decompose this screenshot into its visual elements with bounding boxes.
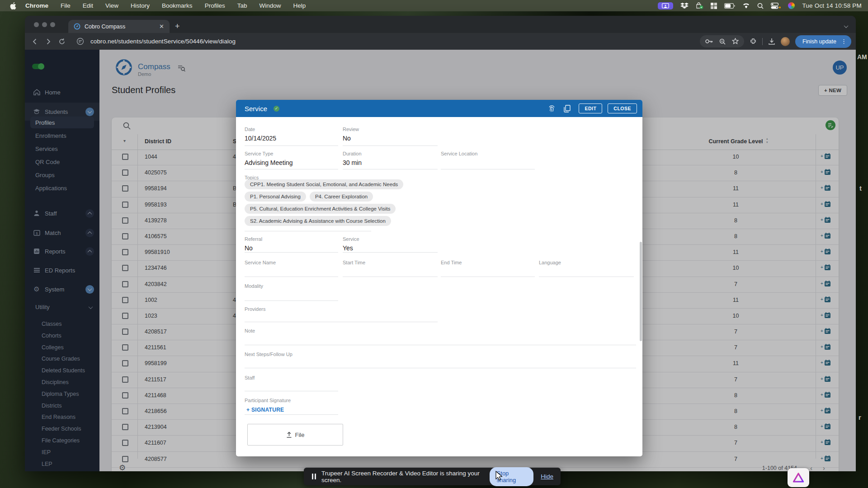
- reload-icon[interactable]: [58, 38, 66, 45]
- field-label: Note: [245, 328, 255, 333]
- wifi-icon[interactable]: [742, 3, 750, 9]
- topic-chip: P4. Career Exploration: [310, 192, 373, 202]
- field-underline: [245, 145, 338, 146]
- browser-menu-dots-icon[interactable]: ⋮: [841, 38, 847, 45]
- menubar-item[interactable]: History: [131, 2, 150, 9]
- field-label: End Time: [441, 260, 462, 265]
- update-check-icon[interactable]: [696, 2, 703, 9]
- menubar-item[interactable]: Tab: [237, 2, 247, 9]
- toolbar-right-icons: Finish update ⋮: [700, 35, 851, 48]
- service-type-value: Advising Meeting: [245, 159, 293, 166]
- fingerprint-icon[interactable]: [548, 104, 556, 113]
- field-underline: [245, 231, 371, 231]
- battery-icon[interactable]: [724, 3, 735, 9]
- add-signature-link[interactable]: + SIGNATURE: [246, 407, 284, 413]
- tab-strip: Cobro Compass ✕ +: [25, 16, 856, 33]
- field-label: Service Name: [245, 260, 276, 265]
- pause-icon[interactable]: [312, 474, 316, 479]
- window-minimize-button[interactable]: [42, 22, 47, 27]
- spotlight-search-icon[interactable]: [757, 3, 764, 9]
- finish-update-label: Finish update: [802, 38, 836, 45]
- topic-chip: P5. Cultural, Education Enrichment Activ…: [245, 204, 396, 214]
- url-field[interactable]: cobro.net/students/studentService/50446/…: [90, 38, 236, 45]
- field-label: Language: [539, 260, 561, 265]
- edit-button[interactable]: EDIT: [579, 103, 602, 113]
- tab-search-chevron-icon[interactable]: [844, 22, 848, 30]
- field-underline: [343, 277, 438, 277]
- field-label: Date: [245, 127, 255, 132]
- field-label: Participant Signature: [245, 398, 291, 403]
- field-underline: [245, 322, 438, 322]
- menubar-item[interactable]: Window: [259, 2, 281, 9]
- window-grid-icon[interactable]: [711, 3, 717, 9]
- field-label: Next Steps/Follow Up: [245, 352, 292, 357]
- hide-link[interactable]: Hide: [541, 473, 553, 480]
- back-icon[interactable]: [31, 38, 38, 45]
- zoom-out-icon[interactable]: [719, 38, 726, 45]
- window-close-button[interactable]: [34, 22, 39, 27]
- menubar-item[interactable]: View: [105, 2, 118, 9]
- dialog-title: Service: [245, 105, 267, 113]
- field-label: Service: [343, 236, 359, 242]
- field-underline: [343, 169, 438, 169]
- menubar-item[interactable]: Edit: [83, 2, 93, 9]
- browser-tab[interactable]: Cobro Compass ✕: [68, 20, 170, 33]
- field-label: Staff: [245, 375, 255, 380]
- menubar-item[interactable]: Bookmarks: [162, 2, 193, 9]
- field-underline: [245, 345, 636, 345]
- dialog-header: Service ✓ EDIT CLOSE: [236, 100, 642, 117]
- browser-profile-avatar[interactable]: [781, 37, 790, 46]
- field-label: Review: [343, 127, 359, 132]
- status-check-icon: ✓: [274, 106, 279, 112]
- desktop: AM t r ChromeFileEditViewHistoryBookmark…: [0, 0, 868, 488]
- bookmark-star-icon[interactable]: [732, 38, 739, 45]
- field-underline: [343, 145, 438, 146]
- apple-menu-icon[interactable]: [10, 2, 16, 9]
- field-underline: [441, 277, 535, 277]
- page-content: Home Students ProfilesEnrollmentsService…: [25, 50, 856, 471]
- field-underline: [245, 414, 338, 415]
- field-underline: [245, 252, 338, 253]
- new-tab-button[interactable]: +: [175, 21, 180, 31]
- topic-chip: CPP1. Meeting Student Social, Emotional,…: [245, 179, 403, 189]
- wallpaper-text-fragment: t: [859, 184, 862, 192]
- tab-close-icon[interactable]: ✕: [159, 23, 164, 30]
- downloads-icon[interactable]: [768, 38, 775, 45]
- menubar-item[interactable]: Help: [293, 2, 306, 9]
- desktop-widget[interactable]: [788, 468, 809, 487]
- share-message: Trupeer AI Screen Recorder & Video Edito…: [321, 470, 483, 483]
- menubar-clock[interactable]: Tue Oct 14 10:58 PM: [802, 2, 862, 9]
- screen-sharing-icon[interactable]: [658, 2, 673, 9]
- finish-update-button[interactable]: Finish update ⋮: [795, 35, 851, 48]
- field-label: Start Time: [343, 260, 365, 265]
- menubar-item[interactable]: Chrome: [25, 2, 48, 9]
- file-upload-box[interactable]: File: [247, 424, 343, 446]
- copy-icon[interactable]: [564, 105, 571, 113]
- duration-value: 30 min: [343, 159, 362, 166]
- extensions-puzzle-icon[interactable]: [750, 38, 757, 45]
- profile-orb-icon[interactable]: [788, 2, 795, 9]
- field-underline: [245, 277, 338, 277]
- service-dialog: Service ✓ EDIT CLOSE Date 10/14/2025 Rev…: [236, 100, 642, 456]
- field-underline: [245, 300, 338, 301]
- menubar-item[interactable]: File: [61, 2, 71, 9]
- close-button[interactable]: CLOSE: [608, 103, 637, 113]
- dialog-scrollbar[interactable]: [640, 242, 642, 341]
- review-value: No: [343, 135, 351, 142]
- menubar-item[interactable]: Profiles: [205, 2, 225, 9]
- service-value: Yes: [343, 244, 353, 252]
- browser-toolbar: cobro.net/students/studentService/50446/…: [25, 33, 856, 50]
- forward-icon[interactable]: [45, 38, 52, 45]
- field-label: Service Type: [245, 151, 273, 156]
- referral-value: No: [245, 244, 253, 252]
- field-label: Duration: [343, 151, 362, 156]
- topic-chip: P1. Personal Advising: [245, 192, 306, 202]
- date-value: 10/14/2025: [245, 135, 276, 142]
- control-center-icon[interactable]: [771, 3, 781, 9]
- window-zoom-button[interactable]: [50, 22, 55, 27]
- password-key-icon[interactable]: [705, 39, 713, 44]
- site-info-icon[interactable]: [76, 38, 84, 45]
- dropbox-icon[interactable]: [680, 3, 689, 9]
- topic-chip: S2. Academic Advising & Assistance with …: [245, 216, 391, 226]
- field-underline: [245, 368, 636, 368]
